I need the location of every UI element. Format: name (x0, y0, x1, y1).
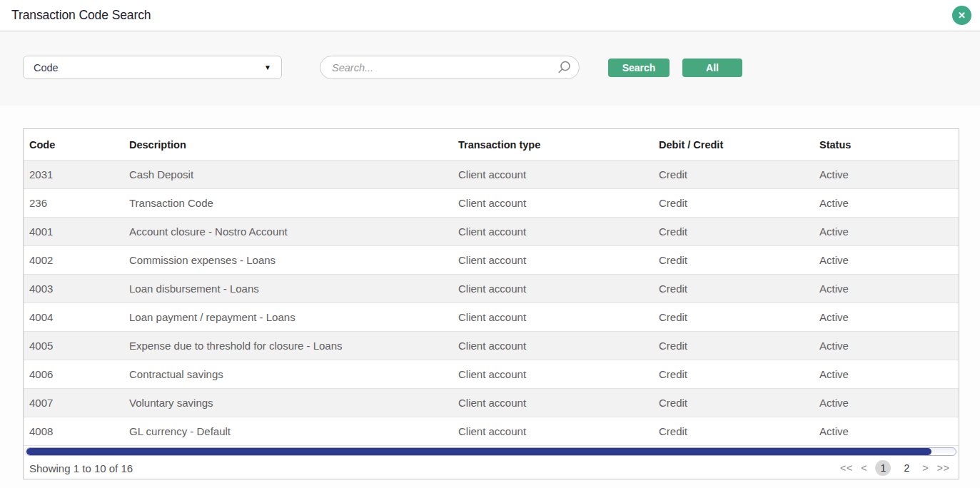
table-cell: 4007 (24, 397, 123, 409)
scrollbar-thumb[interactable] (26, 448, 931, 455)
table-cell: Credit (653, 311, 814, 323)
table-body: 2031Cash DepositClient accountCreditActi… (24, 160, 959, 445)
table-cell: Credit (653, 340, 814, 352)
table-row[interactable]: 4001Account closure - Nostro AccountClie… (24, 217, 959, 245)
pagination-page-1[interactable]: 1 (875, 460, 891, 476)
filter-dropdown-value: Code (34, 62, 59, 73)
table-cell: 4002 (24, 254, 123, 266)
table-row[interactable]: 4008GL currency - DefaultClient accountC… (24, 417, 959, 445)
table-row[interactable]: 2031Cash DepositClient accountCreditActi… (24, 160, 959, 188)
table-row[interactable]: 4002Commission expenses - LoansClient ac… (24, 245, 959, 274)
table-cell: 4006 (24, 368, 123, 380)
all-button[interactable]: All (682, 59, 742, 77)
table-cell: Loan disbursement - Loans (123, 283, 453, 295)
search-button[interactable]: Search (608, 59, 670, 77)
search-input[interactable] (332, 62, 556, 73)
table-cell: Credit (653, 425, 814, 437)
column-header: Code (24, 139, 123, 151)
scrollbar-track[interactable] (26, 447, 956, 456)
page-title: Transaction Code Search (11, 8, 151, 23)
table-cell: Active (814, 254, 959, 266)
table-cell: Active (814, 368, 959, 380)
table-cell: Cash Deposit (123, 168, 453, 181)
table-cell: Transaction Code (123, 197, 453, 209)
table-footer: Showing 1 to 10 of 16 <<<12>>> (24, 457, 959, 479)
table-cell: Client account (453, 225, 653, 238)
table-cell: Credit (653, 397, 814, 409)
table-cell: GL currency - Default (123, 425, 453, 437)
table-cell: Credit (653, 254, 814, 266)
table-cell: Credit (653, 168, 814, 181)
table-cell: Credit (653, 225, 814, 238)
pagination-prev[interactable]: < (861, 462, 867, 474)
table-cell: Voluntary savings (123, 397, 453, 409)
table-header-row: CodeDescriptionTransaction typeDebit / C… (24, 129, 959, 160)
results-table: CodeDescriptionTransaction typeDebit / C… (23, 128, 959, 479)
table-cell: Active (814, 397, 959, 409)
table-cell: Client account (453, 197, 653, 209)
table-cell: Credit (653, 197, 814, 209)
table-cell: 236 (24, 197, 123, 209)
table-cell: Client account (453, 311, 653, 323)
close-button[interactable]: ✕ (952, 6, 971, 25)
table-cell: Active (814, 168, 959, 181)
table-cell: Client account (453, 397, 653, 409)
column-header: Status (814, 139, 959, 151)
column-header: Debit / Credit (653, 139, 814, 151)
pagination-page-2[interactable]: 2 (899, 460, 914, 476)
filter-dropdown[interactable]: Code ▼ (23, 56, 282, 79)
table-cell: 4008 (24, 425, 123, 437)
table-cell: Contractual savings (123, 368, 453, 380)
table-cell: Active (814, 425, 959, 437)
table-cell: 4005 (24, 340, 123, 352)
table-row[interactable]: 4004Loan payment / repayment - LoansClie… (24, 303, 959, 331)
search-icon (556, 60, 572, 76)
table-cell: Active (814, 311, 959, 323)
column-header: Transaction type (453, 139, 653, 151)
search-input-wrap (320, 56, 580, 79)
table-cell: Active (814, 197, 959, 209)
showing-text: Showing 1 to 10 of 16 (29, 462, 133, 474)
table-row[interactable]: 4006Contractual savingsClient accountCre… (24, 360, 959, 388)
table-cell: 2031 (24, 168, 123, 181)
horizontal-scrollbar (24, 445, 959, 457)
table-cell: Credit (653, 283, 814, 295)
table-cell: Commission expenses - Loans (123, 254, 453, 266)
table-cell: Credit (653, 368, 814, 380)
table-cell: Client account (453, 168, 653, 181)
table-cell: Active (814, 225, 959, 238)
pagination: <<<12>>> (840, 460, 950, 476)
table-row[interactable]: 4007Voluntary savingsClient accountCredi… (24, 388, 959, 417)
table-cell: Client account (453, 425, 653, 437)
close-icon: ✕ (958, 11, 966, 20)
table-cell: Client account (453, 368, 653, 380)
table-cell: Account closure - Nostro Account (123, 225, 453, 238)
table-cell: Active (814, 283, 959, 295)
search-section: Code ▼ Search All (0, 32, 980, 106)
column-header: Description (123, 139, 453, 151)
table-cell: Expense due to threshold for closure - L… (123, 340, 453, 352)
chevron-down-icon: ▼ (264, 63, 271, 71)
pagination-next[interactable]: > (922, 462, 929, 474)
pagination-last[interactable]: >> (937, 462, 950, 474)
table-cell: Client account (453, 254, 653, 266)
table-cell: 4004 (24, 311, 123, 323)
table-row[interactable]: 4005Expense due to threshold for closure… (24, 331, 959, 360)
table-cell: 4001 (24, 225, 123, 238)
table-row[interactable]: 4003Loan disbursement - LoansClient acco… (24, 274, 959, 303)
table-cell: Client account (453, 283, 653, 295)
pagination-first[interactable]: << (840, 462, 853, 474)
dialog-header: Transaction Code Search ✕ (0, 0, 980, 31)
table-cell: 4003 (24, 283, 123, 295)
table-cell: Client account (453, 340, 653, 352)
table-row[interactable]: 236Transaction CodeClient accountCreditA… (24, 188, 959, 217)
table-cell: Loan payment / repayment - Loans (123, 311, 453, 323)
table-cell: Active (814, 340, 959, 352)
